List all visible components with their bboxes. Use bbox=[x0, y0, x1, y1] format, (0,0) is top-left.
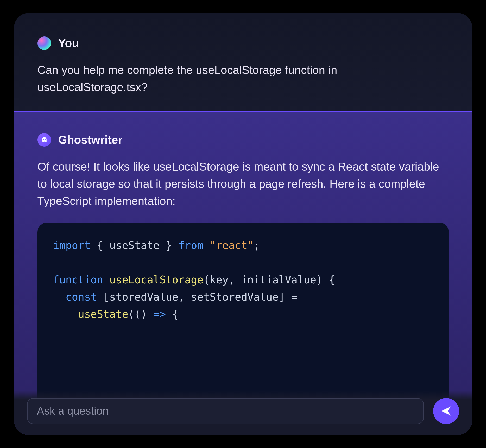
input-bar bbox=[14, 391, 472, 435]
user-message: You Can you help me complete the useLoca… bbox=[14, 13, 472, 111]
user-message-body: Can you help me complete the useLocalSto… bbox=[37, 61, 449, 96]
svg-point-1 bbox=[45, 139, 46, 140]
code-token: "react" bbox=[210, 239, 254, 251]
code-token: useLocalStorage bbox=[109, 274, 203, 286]
code-token: ] = bbox=[279, 291, 298, 303]
code-token: from bbox=[178, 239, 203, 251]
code-token: key bbox=[210, 274, 229, 286]
code-token: storedValue bbox=[109, 291, 178, 303]
chat-window: You Can you help me complete the useLoca… bbox=[14, 13, 472, 435]
user-message-header: You bbox=[37, 36, 449, 50]
code-token: const bbox=[66, 291, 97, 303]
code-token: [ bbox=[97, 291, 109, 303]
send-icon bbox=[440, 405, 452, 417]
code-token: useState bbox=[109, 239, 160, 251]
bot-message: Ghostwriter Of course! It looks like use… bbox=[14, 112, 472, 435]
code-token: function bbox=[53, 274, 103, 286]
bot-message-body: Of course! It looks like useLocalStorage… bbox=[37, 158, 449, 210]
code-token bbox=[203, 239, 210, 251]
code-token bbox=[103, 274, 109, 286]
code-token: , bbox=[178, 291, 191, 303]
code-token: ) { bbox=[316, 274, 335, 286]
code-token: ; bbox=[254, 239, 260, 251]
code-token: , bbox=[229, 274, 241, 286]
send-button[interactable] bbox=[433, 398, 459, 424]
code-token: } bbox=[160, 239, 178, 251]
code-token: { bbox=[91, 239, 109, 251]
user-avatar-icon bbox=[37, 36, 51, 50]
code-token: { bbox=[166, 308, 178, 320]
svg-point-0 bbox=[43, 139, 44, 140]
code-token bbox=[53, 291, 66, 303]
code-token: ( bbox=[203, 274, 210, 286]
code-token: => bbox=[153, 308, 166, 320]
ghostwriter-avatar bbox=[37, 133, 51, 147]
ghost-icon bbox=[40, 136, 48, 144]
code-token: (() bbox=[128, 308, 153, 320]
user-name: You bbox=[58, 37, 79, 50]
question-input[interactable] bbox=[27, 398, 424, 424]
code-token bbox=[53, 308, 78, 320]
code-token: setStoredValue bbox=[191, 291, 279, 303]
code-token: initialValue bbox=[241, 274, 316, 286]
code-token: import bbox=[53, 239, 91, 251]
code-token: useState bbox=[78, 308, 128, 320]
bot-name: Ghostwriter bbox=[58, 133, 123, 146]
bot-message-header: Ghostwriter bbox=[37, 133, 449, 147]
